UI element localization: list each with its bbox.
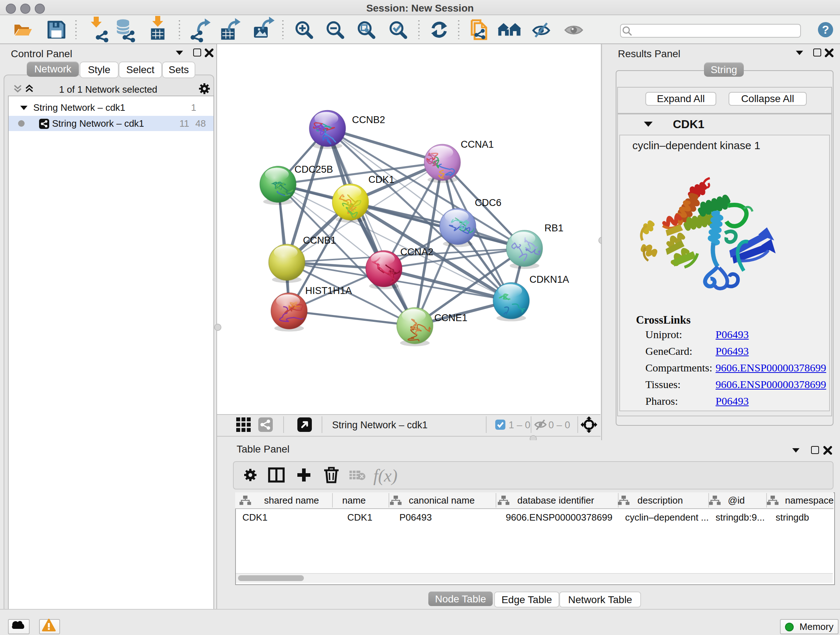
svg-text:shared name: shared name bbox=[264, 495, 319, 506]
svg-text:HIST1H1A: HIST1H1A bbox=[305, 285, 352, 296]
svg-text:?: ? bbox=[822, 23, 829, 36]
svg-text:CCNE1: CCNE1 bbox=[434, 312, 467, 323]
svg-text:CCNB1: CCNB1 bbox=[303, 235, 336, 246]
svg-text:CCNA2: CCNA2 bbox=[401, 247, 434, 257]
svg-text:0 – 0: 0 – 0 bbox=[548, 420, 570, 431]
svg-text:String Network – cdk1: String Network – cdk1 bbox=[332, 420, 428, 431]
svg-text:stringdb: stringdb bbox=[775, 512, 809, 523]
svg-text:f(x): f(x) bbox=[373, 466, 398, 486]
svg-text:RB1: RB1 bbox=[545, 223, 564, 233]
svg-text:CDC25B: CDC25B bbox=[294, 164, 333, 175]
svg-text:CDK1: CDK1 bbox=[347, 512, 372, 523]
svg-text:database identifier: database identifier bbox=[517, 495, 594, 506]
svg-text:CCNB2: CCNB2 bbox=[352, 114, 385, 125]
svg-text:CDKN1A: CDKN1A bbox=[529, 274, 569, 285]
svg-text:description: description bbox=[638, 495, 683, 506]
svg-text:CDK1: CDK1 bbox=[368, 174, 394, 185]
svg-text:cyclin–dependent ...: cyclin–dependent ... bbox=[625, 512, 709, 523]
svg-text:canonical name: canonical name bbox=[409, 495, 475, 506]
svg-text:namespace: namespace bbox=[785, 495, 834, 506]
svg-text:CDC6: CDC6 bbox=[475, 197, 501, 208]
svg-text:name: name bbox=[342, 495, 366, 506]
svg-text:CDK1: CDK1 bbox=[242, 512, 267, 523]
svg-text:stringdb:9...: stringdb:9... bbox=[715, 512, 765, 523]
svg-text:1 – 0: 1 – 0 bbox=[508, 420, 531, 431]
svg-text:9606.ENSP00000378699: 9606.ENSP00000378699 bbox=[506, 512, 613, 523]
svg-text:P06493: P06493 bbox=[399, 512, 432, 523]
svg-text:CCNA1: CCNA1 bbox=[461, 139, 494, 150]
svg-text:@id: @id bbox=[728, 495, 745, 506]
